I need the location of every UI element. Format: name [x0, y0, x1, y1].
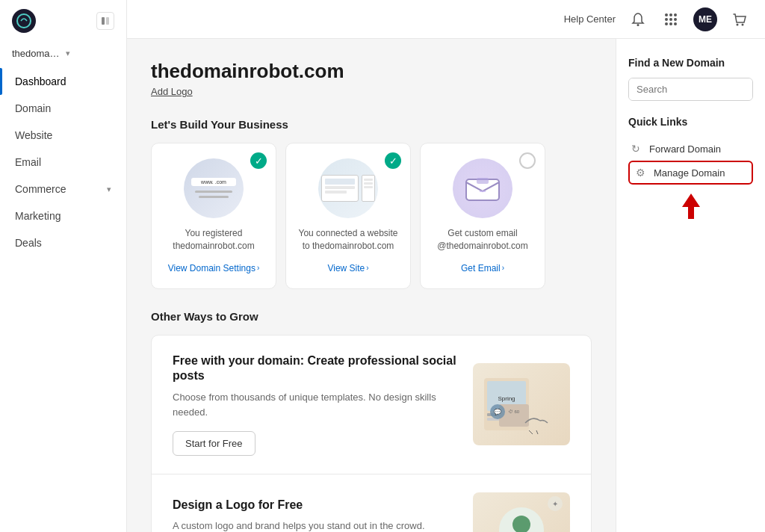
sidebar-item-commerce-label: Commerce: [15, 183, 66, 195]
build-section-title: Let's Build Your Business: [151, 118, 592, 131]
user-avatar[interactable]: ME: [693, 7, 717, 31]
svg-point-6: [674, 13, 677, 16]
main-navigation: Dashboard Domain Website Email Commerce …: [0, 68, 126, 532]
logo-design-card-description: A custom logo and brand helps you stand …: [173, 519, 458, 532]
svg-point-3: [637, 24, 639, 26]
svg-point-0: [17, 14, 31, 28]
build-card-domain: ✓ www. .com You registered thedomainrobo…: [151, 143, 276, 289]
page-title: thedomainrobot.com: [151, 60, 592, 83]
svg-point-4: [665, 13, 668, 16]
main-container: Help Center ME: [127, 0, 765, 532]
sidebar-item-email[interactable]: Email: [0, 149, 126, 176]
domain-line-1: [195, 191, 232, 193]
view-domain-settings-label: View Domain Settings: [168, 263, 255, 273]
website-illustration: [318, 158, 378, 218]
logo-design-svg: ✦: [477, 496, 566, 532]
domain-search-box: [628, 78, 753, 101]
svg-rect-1: [102, 17, 105, 25]
svg-line-28: [529, 430, 533, 434]
sidebar-item-website[interactable]: Website: [0, 122, 126, 149]
website-card-description: You connected a website to thedomainrobo…: [298, 227, 398, 253]
domain-link-arrow-icon: ›: [257, 264, 259, 272]
svg-point-9: [674, 18, 677, 21]
forward-domain-link[interactable]: ↻ Forward Domain: [628, 137, 753, 161]
account-name: thedomainrobot.c...: [12, 48, 61, 59]
svg-text:💬: 💬: [494, 408, 501, 415]
svg-rect-16: [477, 178, 489, 184]
domain-card-description: You registered thedomainrobot.com: [164, 227, 264, 253]
email-svg-icon: [463, 173, 502, 203]
sidebar-item-commerce[interactable]: Commerce ▾: [0, 176, 126, 202]
view-site-label: View Site: [327, 263, 365, 273]
sidebar-item-website-label: Website: [15, 129, 52, 141]
get-email-link[interactable]: Get Email ›: [461, 263, 504, 273]
view-site-link[interactable]: View Site ›: [327, 263, 368, 273]
forward-domain-label: Forward Domain: [649, 143, 721, 155]
quick-links-title: Quick Links: [628, 116, 753, 128]
apps-grid-icon[interactable]: [660, 9, 681, 30]
get-email-label: Get Email: [461, 263, 501, 273]
domain-search-input[interactable]: [629, 78, 753, 100]
help-center-link[interactable]: Help Center: [564, 13, 616, 25]
top-header: Help Center ME: [127, 0, 765, 39]
website-side-panel: [362, 175, 375, 202]
domain-illustration: www. .com: [184, 158, 244, 218]
avatar-initials: ME: [699, 14, 712, 25]
app-logo-icon: [12, 9, 36, 33]
build-card-website: ✓: [285, 143, 411, 289]
sidebar-item-deals-label: Deals: [15, 237, 42, 249]
sidebar-item-marketing[interactable]: Marketing: [0, 202, 126, 229]
red-arrow-up-icon: [681, 191, 701, 220]
main-content: thedomainrobot.com Add Logo Let's Build …: [127, 39, 765, 532]
svg-point-12: [674, 22, 677, 25]
email-card-checkbox: [519, 152, 536, 169]
website-card-checkbox: ✓: [385, 152, 401, 169]
manage-domain-link[interactable]: ⚙ Manage Domain: [628, 161, 753, 185]
build-card-email: Get custom email @thedomainrobot.com Get…: [420, 143, 545, 289]
cart-icon[interactable]: [729, 9, 750, 30]
svg-point-11: [669, 22, 672, 25]
social-posts-card-text: Free with your domain: Create profession…: [173, 353, 458, 457]
social-posts-card: Free with your domain: Create profession…: [152, 335, 591, 475]
other-ways-section: Free with your domain: Create profession…: [151, 335, 592, 532]
domain-card-checkbox: ✓: [250, 152, 267, 169]
add-logo-link[interactable]: Add Logo: [151, 86, 193, 97]
email-link-arrow-icon: ›: [502, 264, 504, 272]
manage-domain-icon: ⚙: [636, 167, 648, 179]
sidebar-collapse-button[interactable]: [96, 12, 114, 30]
svg-text:✦: ✦: [552, 500, 558, 508]
sidebar-item-domain[interactable]: Domain: [0, 95, 126, 122]
build-cards-container: ✓ www. .com You registered thedomainrobo…: [151, 143, 592, 289]
account-selector[interactable]: thedomainrobot.c... ▾: [0, 42, 126, 68]
svg-point-13: [737, 23, 739, 25]
sidebar: thedomainrobot.c... ▾ Dashboard Domain W…: [0, 0, 127, 532]
website-screen-icon: [321, 175, 359, 202]
domain-url-bar: www. .com: [191, 178, 236, 186]
logo-design-card: Design a Logo for Free A custom logo and…: [152, 474, 591, 532]
logo-design-card-title: Design a Logo for Free: [173, 498, 458, 513]
social-posts-card-title: Free with your domain: Create profession…: [173, 353, 458, 385]
website-link-arrow-icon: ›: [366, 264, 368, 272]
svg-point-10: [665, 22, 668, 25]
start-for-free-button[interactable]: Start for Free: [173, 431, 255, 456]
svg-marker-43: [682, 194, 700, 219]
content-area: thedomainrobot.com Add Logo Let's Build …: [127, 39, 616, 532]
sidebar-item-dashboard-label: Dashboard: [15, 75, 66, 87]
notifications-icon[interactable]: [628, 9, 648, 30]
view-domain-settings-link[interactable]: View Domain Settings ›: [168, 263, 260, 273]
arrow-indicator: [628, 191, 753, 220]
sidebar-item-deals[interactable]: Deals: [0, 229, 126, 256]
domain-line-2: [199, 196, 229, 198]
sidebar-item-dashboard[interactable]: Dashboard: [0, 68, 126, 95]
social-posts-card-description: Choose from thousands of unique template…: [173, 390, 458, 419]
account-chevron-icon: ▾: [66, 49, 115, 58]
forward-domain-icon: ↻: [631, 143, 643, 155]
email-illustration: [453, 158, 512, 218]
manage-domain-label: Manage Domain: [654, 167, 725, 179]
svg-point-5: [669, 13, 672, 16]
svg-rect-2: [106, 17, 109, 25]
social-posts-svg: Spring Break ⏱ 60 💬: [477, 367, 566, 442]
svg-line-29: [536, 430, 538, 434]
sidebar-item-domain-label: Domain: [15, 102, 51, 114]
other-section-title: Other Ways to Grow: [151, 310, 592, 323]
